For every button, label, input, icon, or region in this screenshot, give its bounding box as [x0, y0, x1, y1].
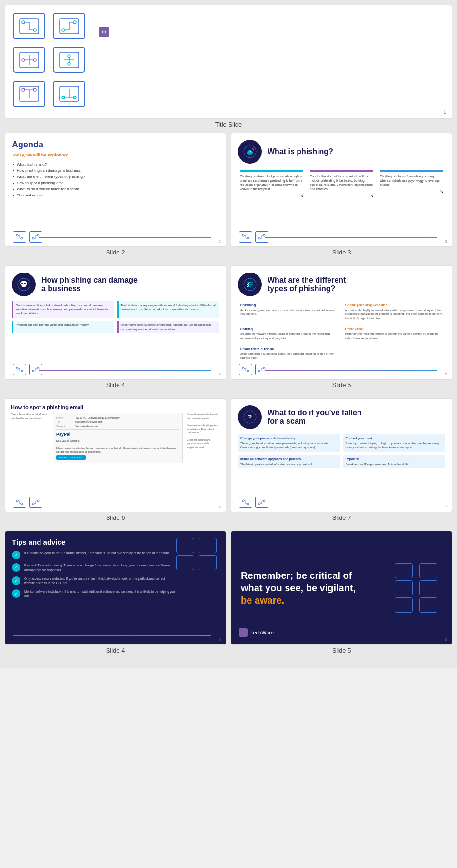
tips-circuit-1 — [176, 538, 194, 553]
col2-text: Popular threats that these criminals wil… — [310, 174, 373, 191]
agenda-item-4: How to spot a phishing email — [12, 180, 219, 186]
paypal-logo: PayPal — [56, 432, 179, 437]
slides-row-1: Agenda Today, we will be exploring: What… — [5, 133, 452, 261]
slide7-number: 7 — [445, 505, 447, 509]
skull-icon — [12, 273, 36, 296]
slide5-bottom-line — [265, 370, 437, 371]
slide3-col3: Phishing is a form of social engineering… — [378, 168, 445, 200]
tip4-item: ✓ Monitor software installation. If it a… — [12, 589, 176, 599]
title-content: ⚙ TechWare Training employees to recogni… — [89, 13, 444, 111]
slide3-col1: Phishing is a fraudulent practice where … — [238, 168, 305, 200]
svg-point-29 — [62, 96, 65, 99]
check-icon-2: ✓ — [12, 563, 20, 572]
tip2-item: ✓ Request IT security training. These at… — [12, 563, 176, 573]
slide3-bottom-line — [265, 237, 437, 238]
slide9-label: Slide 5 — [231, 647, 452, 654]
from-value: PayPal <GTL.service.6p61122.@mailcom> — [75, 416, 120, 419]
svg-point-101 — [247, 503, 249, 505]
list-icon — [238, 273, 262, 296]
agenda-item-6: Tips and advice — [12, 192, 219, 198]
remember-circuit-2 — [419, 563, 437, 578]
slide-number-1: 1 — [443, 109, 446, 115]
remember-line1: Remember; be critical of — [241, 570, 352, 581]
action-software: Install all software upgrades and patche… — [238, 455, 340, 468]
email-area: From: PayPal <GTL.service.6p61122.@mailc… — [53, 413, 183, 463]
tips-title: Tips and advice — [12, 538, 176, 546]
company-name: TechWare — [113, 28, 147, 36]
slide3-header: What is phishing? — [238, 140, 445, 164]
slide8-bottom-line — [13, 635, 211, 636]
mini-circuit-10 — [29, 497, 42, 508]
svg-point-52 — [263, 234, 265, 236]
svg-point-39 — [32, 237, 34, 239]
techware-bottom-logo: TechWare — [239, 628, 274, 637]
slide2-bottom-line — [39, 237, 211, 238]
svg-point-105 — [263, 500, 265, 502]
type-pretexting-text: Pretending to need information to confir… — [345, 332, 444, 340]
slides-row-2: How phishing can damage a business Once … — [5, 265, 452, 393]
svg-point-93 — [37, 500, 39, 502]
slide7-bottom-icons — [239, 497, 268, 508]
slide2-bottom-icons — [13, 231, 42, 243]
action-report-text: Speak to your IT department and Action F… — [346, 462, 443, 466]
svg-point-60 — [24, 283, 26, 284]
page-container: ⚙ TechWare Training employees to recogni… — [0, 0, 457, 668]
col2-bar — [310, 170, 373, 172]
slide5-wrapper: What are the different types of phishing… — [231, 265, 452, 393]
subject-label: Subject: — [56, 425, 73, 428]
svg-point-70 — [32, 370, 34, 372]
svg-point-13 — [22, 59, 25, 61]
slide4-box4: Once you've been successfully targeted, … — [117, 321, 219, 333]
col3-bar — [380, 170, 443, 172]
slides-row-4: Tips and advice ✓ If it seems too good t… — [5, 531, 452, 659]
svg-point-30 — [73, 96, 76, 99]
svg-point-19 — [68, 55, 70, 58]
type-phishing-title: Phishing — [240, 303, 338, 307]
bottom-decorative-line — [91, 107, 437, 107]
tips-circuit-2 — [199, 538, 217, 553]
col1-text: Phishing is a fraudulent practice where … — [240, 174, 303, 191]
svg-point-2 — [33, 29, 36, 31]
mini-circuit-1 — [13, 231, 26, 243]
title-slide-label: Title Slide — [5, 121, 452, 128]
slide4-header: How phishing can damage a business — [12, 273, 219, 296]
to-value: jess.smith@techware.com — [75, 420, 102, 423]
slide6-number: 6 — [219, 505, 221, 509]
mini-circuit-3 — [239, 231, 252, 243]
from-label: From: — [56, 416, 73, 419]
svg-point-59 — [21, 283, 23, 284]
slides-row-3: How to spot a phishing email Check the s… — [5, 398, 452, 526]
email-login-button[interactable]: LOGIN TO ACCOUNT — [56, 455, 86, 460]
svg-point-8 — [62, 29, 65, 31]
col1-arrow: ↘ — [240, 193, 303, 198]
email-to-row: To: jess.smith@techware.com — [56, 420, 179, 423]
action-passwords-text: These goes for all email account passwor… — [240, 441, 338, 449]
slide5-label: Slide 5 — [231, 381, 452, 389]
svg-point-65 — [21, 370, 23, 372]
slide6-bottom-line — [39, 503, 211, 503]
slide5: What are the different types of phishing… — [231, 265, 452, 380]
slide9-number: 9 — [445, 637, 447, 642]
action-passwords-title: Change your passwords immediately. — [240, 436, 338, 440]
col3-text: Phishing is a form of social engineering… — [380, 174, 443, 187]
col3-arrow: ↘ — [380, 189, 443, 194]
agenda-item-1: What is phishing? — [12, 161, 219, 167]
slide7: ? What to do if you've fallen for a scam… — [231, 398, 452, 512]
svg-point-14 — [33, 59, 36, 61]
slide6-bottom-icons — [13, 497, 42, 508]
remember-line2: what you see, be vigilant, — [241, 583, 356, 593]
slide7-actions: Change your passwords immediately. These… — [238, 434, 445, 468]
slide5-title-line2: types of phishing? — [268, 284, 346, 293]
agenda-list: What is phishing? How phishing can damag… — [12, 161, 219, 198]
remember-circuit-4 — [419, 580, 437, 595]
remember-icons — [395, 563, 442, 613]
slide4-title-line1: How phishing can damage — [41, 276, 138, 284]
svg-text:?: ? — [248, 413, 252, 421]
svg-point-69 — [37, 367, 39, 369]
note-generic: Beware of emails with generic introducti… — [187, 424, 220, 435]
slide4-box2: Theft of data is a key danger with succe… — [117, 301, 219, 318]
slide7-title-line1: What to do if you've fallen — [268, 409, 362, 417]
slide5-types: Phishing Hackers send generic emails fro… — [238, 301, 445, 362]
slide2-number: 2 — [219, 239, 221, 244]
svg-point-38 — [37, 234, 39, 236]
